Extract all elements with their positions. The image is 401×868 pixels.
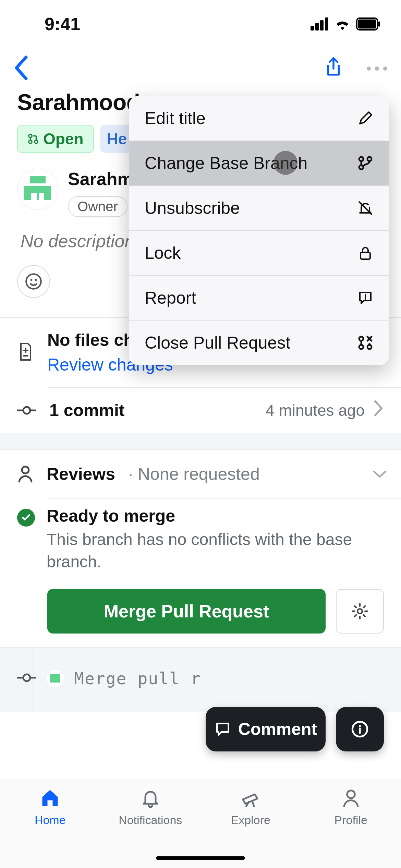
tab-notifications-label: Notifications	[119, 813, 182, 827]
reviews-status: · None requested	[128, 464, 260, 484]
menu-unsubscribe[interactable]: Unsubscribe	[129, 185, 389, 230]
check-circle-icon	[17, 509, 35, 527]
git-pull-request-icon	[27, 133, 39, 145]
context-menu: Edit title Change Base Branch Unsubscrib…	[129, 96, 389, 365]
person-icon	[17, 465, 34, 484]
commits-label: 1 commit	[49, 400, 253, 420]
info-button[interactable]	[336, 707, 384, 751]
tab-explore[interactable]: Explore	[200, 787, 301, 868]
svg-point-12	[22, 467, 29, 473]
info-icon	[351, 720, 369, 738]
svg-point-20	[359, 157, 363, 161]
svg-rect-1	[358, 20, 376, 28]
more-button[interactable]	[367, 67, 387, 71]
menu-lock-label: Lock	[145, 243, 181, 263]
avatar	[47, 670, 64, 687]
reviews-row[interactable]: Reviews · None requested	[0, 450, 401, 498]
timeline-message: Merge pull r	[74, 669, 201, 688]
status-right	[311, 17, 380, 31]
svg-point-7	[31, 279, 33, 281]
smile-icon	[25, 273, 42, 290]
git-branch-icon	[357, 155, 374, 171]
home-indicator	[156, 856, 245, 860]
svg-rect-23	[361, 252, 370, 259]
avatar[interactable]	[17, 169, 58, 210]
merge-options-button[interactable]	[336, 589, 384, 634]
tab-bar: Home Notifications Explore Profile	[0, 779, 401, 868]
telescope-icon	[240, 787, 261, 808]
wifi-icon	[335, 18, 350, 30]
svg-point-19	[347, 791, 355, 798]
menu-lock[interactable]: Lock	[129, 230, 389, 275]
nav-bar	[0, 48, 401, 89]
cellular-icon	[311, 17, 328, 31]
comment-icon	[214, 721, 231, 738]
tab-profile-label: Profile	[335, 813, 367, 827]
merge-pull-request-button[interactable]: Merge Pull Request	[47, 589, 326, 634]
gear-icon	[351, 602, 369, 620]
menu-edit-title[interactable]: Edit title	[129, 96, 389, 141]
lock-icon	[357, 245, 374, 261]
branch-label: He	[107, 130, 127, 148]
menu-close-pr[interactable]: Close Pull Request	[129, 320, 389, 365]
commits-row[interactable]: 1 commit 4 minutes ago	[0, 388, 401, 433]
svg-point-14	[23, 674, 30, 681]
tab-explore-label: Explore	[231, 813, 270, 827]
svg-point-9	[23, 407, 30, 414]
chevron-down-icon	[372, 469, 387, 479]
svg-point-25	[359, 337, 363, 341]
commit-icon	[17, 405, 36, 415]
share-button[interactable]	[324, 57, 343, 81]
tab-profile[interactable]: Profile	[301, 787, 401, 868]
timeline: Merge pull r	[0, 647, 401, 712]
home-icon	[40, 787, 60, 808]
svg-point-6	[26, 274, 41, 289]
owner-name: Sarahm	[68, 169, 133, 189]
svg-point-24	[365, 298, 366, 300]
svg-rect-2	[378, 21, 380, 26]
commits-time: 4 minutes ago	[266, 401, 365, 420]
merge-block: Ready to merge This branch has no confli…	[0, 499, 401, 647]
svg-point-27	[367, 345, 372, 349]
svg-point-18	[359, 725, 361, 727]
menu-report[interactable]: Report	[129, 275, 389, 320]
comment-label: Comment	[238, 719, 317, 739]
tab-home[interactable]: Home	[0, 787, 100, 868]
status-bar: 9:41	[0, 0, 401, 48]
merge-ready-title: Ready to merge	[47, 506, 384, 526]
report-icon	[357, 290, 374, 306]
battery-icon	[356, 18, 380, 30]
person-icon	[341, 787, 361, 808]
bell-slash-icon	[357, 200, 374, 216]
touch-indicator	[274, 151, 297, 175]
svg-point-26	[359, 345, 363, 349]
bell-icon	[140, 787, 161, 808]
menu-edit-title-label: Edit title	[145, 108, 206, 128]
tab-notifications[interactable]: Notifications	[100, 787, 201, 868]
menu-change-base[interactable]: Change Base Branch	[129, 141, 389, 185]
status-time: 9:41	[45, 14, 80, 34]
status-badge-open: Open	[17, 125, 94, 153]
svg-point-13	[357, 609, 362, 614]
back-button[interactable]	[14, 56, 29, 81]
svg-point-22	[367, 157, 372, 161]
menu-unsubscribe-label: Unsubscribe	[145, 198, 240, 218]
svg-point-4	[29, 140, 32, 143]
merge-ready-detail: This branch has no conflicts with the ba…	[47, 529, 384, 573]
menu-report-label: Report	[145, 288, 196, 308]
owner-role-chip: Owner	[68, 196, 127, 217]
comment-button[interactable]: Comment	[206, 707, 326, 751]
svg-point-5	[35, 140, 38, 143]
diff-icon	[17, 342, 34, 363]
tab-home-label: Home	[35, 813, 66, 827]
reviews-label: Reviews	[47, 464, 115, 484]
screen: 9:41 Sarahmood Open	[0, 0, 401, 868]
menu-close-pr-label: Close Pull Request	[145, 333, 290, 353]
svg-point-8	[35, 279, 37, 281]
open-label: Open	[43, 130, 84, 148]
svg-point-3	[29, 134, 32, 137]
chevron-right-icon	[373, 400, 384, 420]
pencil-icon	[357, 110, 374, 126]
git-pr-closed-icon	[357, 335, 374, 351]
add-reaction-button[interactable]	[17, 265, 50, 298]
